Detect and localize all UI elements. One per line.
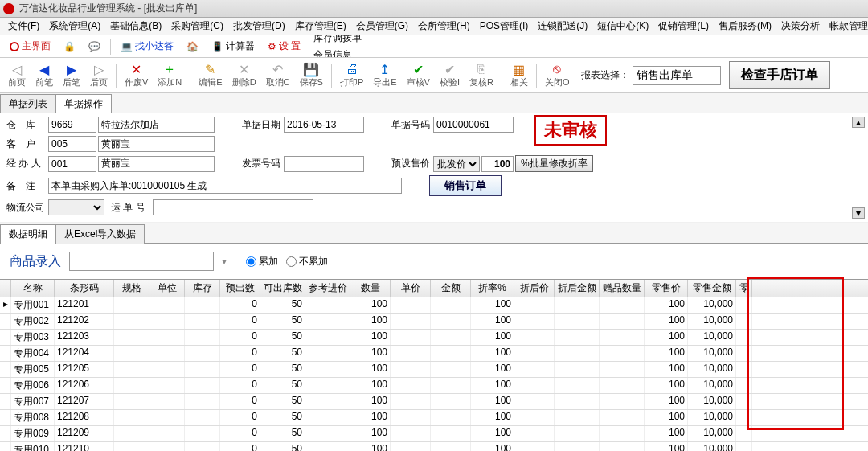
toolbar-关闭O[interactable]: ⎋关闭O xyxy=(540,60,575,90)
main-view-button[interactable]: 主界面 xyxy=(3,38,57,55)
col-header[interactable]: 单价 xyxy=(391,280,431,297)
batch-discount-button[interactable]: %批量修改折率 xyxy=(515,155,593,172)
warehouse-code-input[interactable] xyxy=(48,117,96,133)
product-entry-input[interactable] xyxy=(69,252,214,271)
table-row[interactable]: 专用00312120305010010010010,000 xyxy=(0,330,868,346)
warehouse-name-input[interactable] xyxy=(98,117,215,133)
agent-name-input[interactable] xyxy=(98,156,215,172)
col-header[interactable]: 金额 xyxy=(431,280,471,297)
col-header[interactable]: 规格 xyxy=(114,280,149,297)
radio-accumulate[interactable]: 累加 xyxy=(246,255,278,269)
menu-item[interactable]: 库存管理(E) xyxy=(290,18,351,35)
col-header[interactable]: 折后价 xyxy=(514,280,555,297)
col-header[interactable]: 库存 xyxy=(185,280,220,297)
toolbar-复核R[interactable]: ⎘复核R xyxy=(465,60,498,90)
table-row[interactable]: 专用00212120205010010010010,000 xyxy=(0,314,868,330)
col-header[interactable]: 条形码 xyxy=(55,280,114,297)
menu-item[interactable]: 会员管理(G) xyxy=(351,18,413,35)
remark-input[interactable] xyxy=(48,178,402,194)
table-row[interactable]: 专用00612120605010010010010,000 xyxy=(0,378,868,394)
product-entry-label: 商品录入 xyxy=(10,253,61,270)
radio-no-accumulate[interactable]: 不累加 xyxy=(286,255,328,269)
table-row[interactable]: 专用00712120705010010010010,000 xyxy=(0,394,868,410)
menu-item[interactable]: 决策分析 xyxy=(776,18,825,35)
toolbar-后笔[interactable]: ▶后笔 xyxy=(58,60,85,90)
customer-code-input[interactable] xyxy=(48,136,96,152)
scroll-up-icon[interactable]: ▴ xyxy=(852,117,865,128)
quick-link[interactable]: 库存调拨单 xyxy=(307,35,378,47)
col-header[interactable]: 折后金额 xyxy=(555,280,600,297)
toolbar-添加N[interactable]: ＋添加N xyxy=(153,60,186,90)
col-header[interactable]: 零售价 xyxy=(645,280,688,297)
toolbar-前页[interactable]: ◁前页 xyxy=(3,60,31,90)
menu-item[interactable]: 会所管理(H) xyxy=(413,18,475,35)
scroll-down-icon[interactable]: ▾ xyxy=(852,207,865,219)
report-input[interactable] xyxy=(633,66,721,85)
toolbar-相关[interactable]: ▦相关 xyxy=(506,60,533,90)
menu-item[interactable]: 文件(F) xyxy=(3,18,44,35)
table-row[interactable]: ▸专用00112120105010010010010,000 xyxy=(0,297,868,314)
tab-doc-list[interactable]: 单据列表 xyxy=(0,94,56,113)
table-row[interactable]: 专用00512120505010010010010,000 xyxy=(0,362,868,378)
col-header[interactable]: 预出数 xyxy=(220,280,260,297)
docno-input[interactable] xyxy=(433,117,514,133)
logistics-select[interactable] xyxy=(48,199,104,215)
col-header[interactable]: 单位 xyxy=(149,280,185,297)
date-input[interactable] xyxy=(284,117,364,133)
waybill-input[interactable] xyxy=(153,199,313,215)
col-header[interactable]: 赠品数量 xyxy=(600,280,645,297)
lock-icon[interactable]: 🔒 xyxy=(57,39,82,54)
menu-item[interactable]: 促销管理(L) xyxy=(653,18,714,35)
preprice-value[interactable] xyxy=(481,156,514,172)
table-row[interactable]: 专用00912120905010010010010,000 xyxy=(0,426,868,442)
menu-item[interactable]: POS管理(I) xyxy=(475,18,534,35)
customer-name-input[interactable] xyxy=(98,136,215,152)
toolbar-审核V[interactable]: ✔审核V xyxy=(402,60,435,90)
toolbar-后页[interactable]: ▷后页 xyxy=(85,60,113,90)
invoice-input[interactable] xyxy=(284,156,364,172)
col-header[interactable]: 参考进价 xyxy=(305,280,350,297)
menu-item[interactable]: 基础信息(B) xyxy=(105,18,166,35)
col-header[interactable]: 数量 xyxy=(350,280,391,297)
menu-item[interactable]: 系统管理(A) xyxy=(44,18,105,35)
menu-item[interactable]: 帐款管理(Q) xyxy=(825,18,868,35)
toolbar-导出E[interactable]: ↥导出E xyxy=(368,60,401,90)
menu-item[interactable]: 连锁配送(J) xyxy=(533,18,592,35)
check-orders-button[interactable]: 检查手店订单 xyxy=(729,61,830,89)
dropdown-icon[interactable]: ▾ xyxy=(222,256,238,267)
agent-code-input[interactable] xyxy=(48,156,96,172)
doc-tabs: 单据列表 单据操作 xyxy=(0,93,868,113)
col-header[interactable]: 折率% xyxy=(471,280,514,297)
tab-doc-edit[interactable]: 单据操作 xyxy=(55,94,112,113)
table-row[interactable]: 专用01012121005010010010010,000 xyxy=(0,442,868,451)
toolbar-取消C[interactable]: ↶取消C xyxy=(261,60,295,90)
col-header[interactable]: 可出库数 xyxy=(260,280,305,297)
menu-item[interactable]: 批发管理(D) xyxy=(228,18,290,35)
toolbar-保存S[interactable]: 💾保存S xyxy=(295,60,328,90)
tab-excel-import[interactable]: 从Excel导入数据 xyxy=(55,224,145,244)
col-header[interactable] xyxy=(0,280,11,297)
preprice-select[interactable]: 批发价 xyxy=(433,156,480,172)
calc-button[interactable]: 📱计算器 xyxy=(205,38,261,55)
toolbar-前笔[interactable]: ◀前笔 xyxy=(31,60,58,90)
settings-button[interactable]: ⚙设 置 xyxy=(261,38,307,55)
toolbar-打印P[interactable]: 🖨打印P xyxy=(335,60,368,90)
quick-link[interactable]: 会员信息 xyxy=(307,47,378,59)
menu-item[interactable]: 采购管理(C) xyxy=(166,18,228,35)
table-row[interactable]: 专用00412120405010010010010,000 xyxy=(0,346,868,362)
chat-icon[interactable]: 💬 xyxy=(82,39,107,54)
menu-item[interactable]: 售后服务(M) xyxy=(714,18,776,35)
col-header[interactable]: 名称 xyxy=(11,280,55,297)
sales-order-button[interactable]: 销售订单 xyxy=(429,175,502,196)
table-row[interactable]: 专用00812120805010010010010,000 xyxy=(0,410,868,426)
menu-item[interactable]: 短信中心(K) xyxy=(592,18,653,35)
find-button[interactable]: 💻找小达答 xyxy=(114,38,180,55)
col-header[interactable]: 零售金额 xyxy=(688,280,736,297)
col-header[interactable]: 零 xyxy=(736,280,752,297)
tab-detail[interactable]: 数据明细 xyxy=(0,224,56,244)
toolbar-校验I[interactable]: ✔校验I xyxy=(435,60,465,90)
toolbar-编辑E[interactable]: ✎编辑E xyxy=(194,60,227,90)
toolbar-删除D[interactable]: ✕删除D xyxy=(227,60,261,90)
home-icon[interactable]: 🏠 xyxy=(180,39,205,54)
toolbar-作废V[interactable]: ✕作废V xyxy=(120,60,153,90)
